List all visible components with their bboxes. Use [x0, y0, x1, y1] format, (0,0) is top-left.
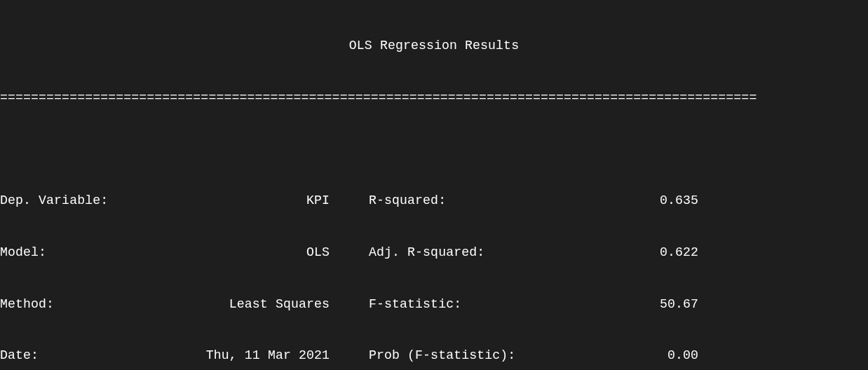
summary-label: Date:	[0, 347, 147, 364]
summary-label: F-statistic:	[369, 296, 523, 313]
summary-label: Prob (F-statistic):	[369, 347, 523, 364]
summary-value: 0.00	[523, 347, 698, 364]
summary-value: OLS	[147, 244, 330, 261]
summary-label: Adj. R-squared:	[369, 244, 523, 261]
summary-label: Model:	[0, 244, 147, 261]
summary-label: Dep. Variable:	[0, 192, 147, 210]
summary-value: KPI	[147, 192, 330, 210]
summary-block: Dep. Variable:KPI R-squared:0.635 Model:…	[0, 158, 868, 370]
summary-label: R-squared:	[369, 192, 523, 210]
summary-value: Least Squares	[147, 296, 330, 313]
rule-top: ========================================…	[0, 89, 868, 107]
summary-value: Thu, 11 Mar 2021	[147, 347, 330, 364]
page-title: OLS Regression Results	[0, 34, 868, 55]
summary-label: Method:	[0, 296, 147, 313]
summary-value: 0.622	[523, 244, 698, 261]
ols-output: OLS Regression Results =================…	[0, 0, 868, 370]
summary-value: 0.635	[523, 192, 698, 210]
summary-value: 50.67	[523, 296, 698, 313]
